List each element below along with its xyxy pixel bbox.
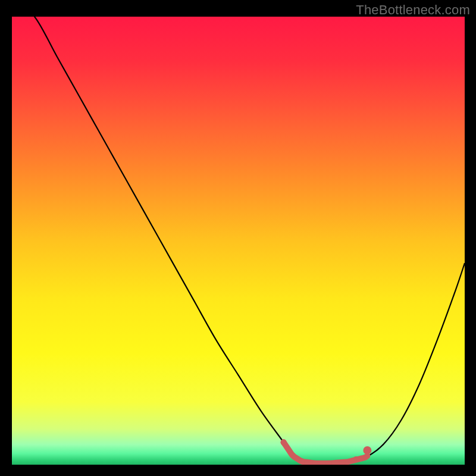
chart-background <box>12 17 465 465</box>
watermark-text: TheBottleneck.com <box>356 2 470 18</box>
gradient-rect <box>12 17 465 465</box>
chart-container: TheBottleneck.com <box>0 0 476 476</box>
